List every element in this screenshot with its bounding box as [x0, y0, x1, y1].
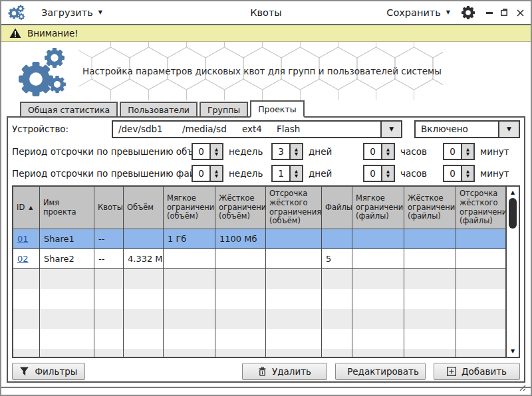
chevron-down-icon[interactable]: ▼: [498, 122, 519, 137]
maximize-button[interactable]: [501, 9, 509, 17]
spinbox-arrows[interactable]: ▲▼: [461, 144, 473, 159]
spinbox-value[interactable]: 0: [444, 144, 461, 159]
scrollbar-thumb[interactable]: [509, 198, 517, 229]
table-empty-row[interactable]: [13, 349, 505, 357]
spin-down-icon[interactable]: ▼: [215, 152, 218, 156]
edit-button[interactable]: Редактировать: [335, 363, 426, 380]
column-header-files[interactable]: Файлы: [322, 187, 352, 229]
scroll-up-icon[interactable]: ▲: [507, 187, 519, 197]
spin-down-icon[interactable]: ▼: [466, 174, 469, 178]
spinbox-volume-hours[interactable]: 0▲▼: [363, 143, 395, 160]
spinbox-volume-minutes[interactable]: 0▲▼: [443, 143, 475, 160]
column-header-project-name[interactable]: Имя проекта: [40, 187, 94, 229]
load-menu-button[interactable]: Загрузить ▼: [41, 7, 102, 18]
spin-down-icon[interactable]: ▼: [215, 174, 218, 178]
tab-general-statistics[interactable]: Общая статистика: [20, 102, 118, 118]
spinbox-files-hours[interactable]: 0▲▼: [363, 165, 395, 182]
spinbox-files-days[interactable]: 1▲▼: [271, 165, 303, 182]
spin-down-icon[interactable]: ▼: [295, 174, 298, 178]
spinbox-arrows[interactable]: ▲▼: [381, 144, 394, 159]
save-menu-button[interactable]: Сохранить ▼: [386, 7, 450, 18]
spin-up-icon[interactable]: ▲: [295, 148, 298, 151]
cell-project-name: [40, 329, 94, 349]
column-header-volume[interactable]: Объём: [124, 187, 164, 229]
filters-button[interactable]: Фильтры: [12, 363, 85, 380]
spinbox-value[interactable]: 3: [273, 144, 289, 159]
tab-projects[interactable]: Проекты: [250, 100, 304, 118]
vertical-scrollbar[interactable]: ▲ ▼: [505, 187, 519, 357]
tab-groups[interactable]: Группы: [200, 102, 248, 118]
close-button[interactable]: [517, 9, 524, 17]
cell-id: 01: [13, 229, 40, 248]
settings-gear-icon[interactable]: [461, 5, 475, 20]
spin-down-icon[interactable]: ▼: [295, 152, 298, 156]
cell-volume: [124, 269, 164, 289]
unit-label-weeks: недель: [229, 146, 267, 157]
spin-up-icon[interactable]: ▲: [386, 148, 390, 151]
column-header-hard-limit-volume[interactable]: Жёсткое ограничение (объём): [215, 187, 266, 229]
spinbox-arrows[interactable]: ▲▼: [209, 166, 222, 181]
table-empty-row[interactable]: [13, 289, 505, 309]
column-header-grace-hard-files[interactable]: Отсрочка жёсткого ограничения (файлы): [456, 187, 505, 229]
table-empty-row[interactable]: [13, 309, 505, 329]
scroll-down-icon[interactable]: ▼: [507, 346, 519, 356]
column-header-hard-limit-files[interactable]: Жёсткое ограничение (файлы): [404, 187, 456, 229]
load-menu-label: Загрузить: [41, 7, 93, 18]
spin-up-icon[interactable]: ▲: [466, 148, 469, 151]
spinbox-arrows[interactable]: ▲▼: [461, 166, 473, 181]
spinbox-value[interactable]: 1: [273, 166, 289, 181]
table-empty-row[interactable]: [13, 329, 505, 349]
spinbox-value[interactable]: 0: [193, 144, 209, 159]
spin-down-icon[interactable]: ▼: [386, 152, 390, 156]
column-header-grace-hard-volume[interactable]: Отсрочка жёсткого ограничения (объём): [266, 187, 322, 229]
spinbox-value[interactable]: 0: [193, 166, 209, 181]
column-header-label: Жёсткое ограничение (файлы): [408, 194, 456, 221]
spin-up-icon[interactable]: ▲: [215, 148, 218, 151]
cell-value: Share2: [44, 254, 74, 264]
tab-bar: Общая статистикаПользователиГруппыПроект…: [20, 100, 531, 118]
cell-hard-limit-files: [404, 349, 456, 357]
column-header-soft-limit-volume[interactable]: Мягкое ограничение (объём): [164, 187, 215, 229]
spin-up-icon[interactable]: ▲: [295, 169, 298, 173]
chevron-down-icon[interactable]: ▼: [380, 122, 401, 137]
spinbox-value[interactable]: 0: [364, 144, 381, 159]
cell-hard-limit-files: [404, 309, 456, 329]
unit-label-minutes: минут: [480, 168, 509, 179]
table-row[interactable]: 01Share1--1 Гб1100 Мб: [13, 229, 505, 249]
column-header-soft-limit-files[interactable]: Мягкое ограничение (файлы): [352, 187, 404, 229]
sort-ascending-icon: ▲: [29, 205, 33, 211]
spin-up-icon[interactable]: ▲: [466, 169, 469, 173]
spin-up-icon[interactable]: ▲: [215, 169, 218, 173]
chevron-down-icon: ▼: [446, 10, 450, 15]
cell-project-name: Share2: [40, 249, 94, 268]
table-row[interactable]: 02Share2--4.332 Мб5: [13, 249, 505, 269]
spinbox-arrows[interactable]: ▲▼: [209, 144, 222, 159]
spinbox-value[interactable]: 0: [444, 166, 461, 181]
device-select[interactable]: /dev/sdb1/media/sdext4Flash ▼: [112, 120, 402, 138]
column-header-id[interactable]: ID▲: [13, 187, 40, 229]
spinbox-volume-weeks[interactable]: 0▲▼: [192, 143, 223, 160]
minimize-button[interactable]: [486, 9, 493, 16]
spinbox-volume-days[interactable]: 3▲▼: [271, 143, 303, 160]
delete-button-label: Удалить: [272, 366, 311, 377]
column-header-quotas[interactable]: Квоты: [94, 187, 124, 229]
project-id-link[interactable]: 01: [17, 234, 29, 244]
cell-id: [13, 309, 40, 329]
spin-up-icon[interactable]: ▲: [386, 169, 390, 173]
spinbox-files-minutes[interactable]: 0▲▼: [443, 165, 475, 182]
spinbox-arrows[interactable]: ▲▼: [289, 166, 302, 181]
add-button[interactable]: Добавить: [434, 363, 520, 380]
resize-grip[interactable]: [518, 383, 526, 391]
spinbox-value[interactable]: 0: [364, 166, 381, 181]
delete-button[interactable]: Удалить: [242, 363, 327, 380]
table-empty-row[interactable]: [13, 269, 505, 289]
spinbox-arrows[interactable]: ▲▼: [289, 144, 302, 159]
quota-status-select[interactable]: Включено ▼: [414, 120, 520, 138]
spin-down-icon[interactable]: ▼: [386, 174, 390, 178]
tab-users[interactable]: Пользователи: [120, 102, 198, 118]
spinbox-arrows[interactable]: ▲▼: [381, 166, 394, 181]
project-id-link[interactable]: 02: [17, 254, 29, 264]
spinbox-files-weeks[interactable]: 0▲▼: [192, 165, 223, 182]
cell-id: [13, 329, 40, 349]
spin-down-icon[interactable]: ▼: [466, 152, 469, 156]
